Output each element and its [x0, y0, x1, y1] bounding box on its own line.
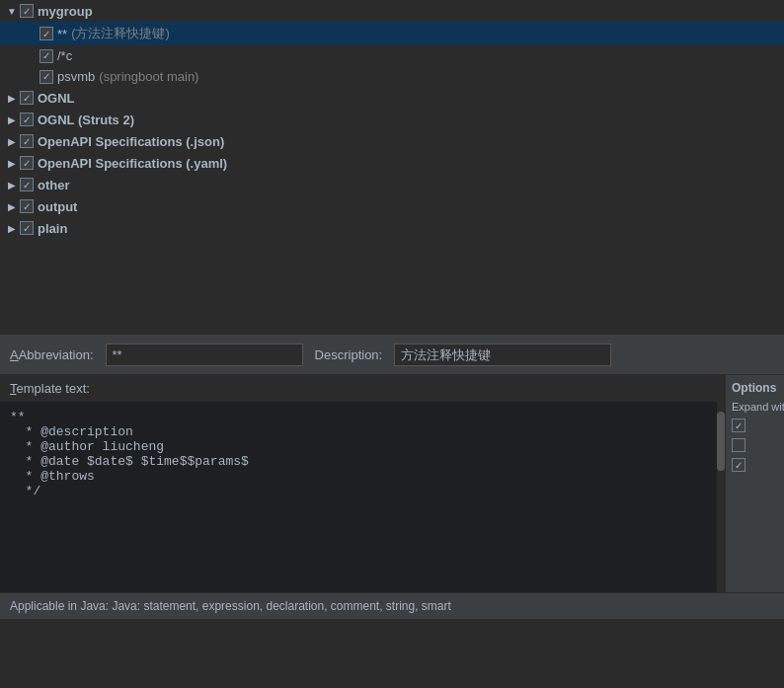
applicable-text: Applicable in Java: Java: statement, exp…: [10, 599, 451, 613]
checkbox-mygroup[interactable]: [20, 4, 34, 18]
expand-icon-ognl[interactable]: ▶: [4, 90, 20, 106]
checkbox-output[interactable]: [20, 199, 34, 213]
template-left-panel: Template text: ** * @description * @auth…: [0, 375, 725, 592]
label-slash-star-c: /*c: [57, 48, 72, 63]
tree-item-slash-star-c[interactable]: /*c: [0, 45, 784, 66]
template-code-editor[interactable]: ** * @description * @author liucheng * @…: [0, 402, 717, 592]
checkbox-psvmb[interactable]: [39, 70, 53, 84]
option-checkbox-row-3: [732, 458, 778, 472]
label-ognl-struts2: OGNL (Struts 2): [38, 113, 134, 127]
tree-item-double-star[interactable]: ** (方法注释快捷键): [0, 22, 784, 45]
label-mygroup: mygroup: [38, 4, 93, 19]
label-ognl: OGNL: [38, 91, 75, 106]
option-checkbox-1[interactable]: [732, 419, 745, 432]
label-other: other: [38, 178, 70, 192]
expand-icon-openapi-json[interactable]: ▶: [4, 133, 20, 149]
tree-item-psvmb[interactable]: psvmb (springboot main): [0, 66, 784, 87]
tree-item-ognl[interactable]: ▶ OGNL: [0, 87, 784, 109]
tree-item-ognl-struts2[interactable]: ▶ OGNL (Struts 2): [0, 109, 784, 130]
desc-psvmb: (springboot main): [99, 69, 198, 84]
checkbox-other[interactable]: [20, 178, 34, 191]
label-psvmb: psvmb: [57, 69, 95, 84]
tree-item-output[interactable]: ▶ output: [0, 195, 784, 217]
desc-double-star: (方法注释快捷键): [71, 25, 170, 42]
options-panel: Options Expand with: [725, 375, 784, 592]
tree-item-other[interactable]: ▶ other: [0, 174, 784, 195]
checkbox-plain[interactable]: [20, 221, 34, 235]
label-output: output: [38, 199, 77, 214]
expand-icon-openapi-yaml[interactable]: ▶: [4, 155, 20, 171]
label-double-star: **: [57, 27, 67, 41]
tree-item-plain[interactable]: ▶ plain: [0, 217, 784, 239]
expand-icon-other[interactable]: ▶: [4, 177, 20, 192]
option-checkbox-row-2: [732, 438, 778, 452]
expand-icon-output[interactable]: ▶: [4, 198, 20, 214]
label-openapi-json: OpenAPI Specifications (.json): [38, 134, 224, 149]
checkbox-slash-star-c[interactable]: [39, 49, 53, 63]
template-tree[interactable]: ▼ mygroup ** (方法注释快捷键) /*c psvmb (spring…: [0, 0, 784, 336]
option-checkbox-3[interactable]: [732, 458, 745, 472]
tree-item-openapi-json[interactable]: ▶ OpenAPI Specifications (.json): [0, 130, 784, 152]
expand-icon-mygroup[interactable]: ▼: [4, 3, 20, 19]
option-checkbox-row-1: [732, 419, 778, 432]
label-openapi-yaml: OpenAPI Specifications (.yaml): [38, 156, 227, 171]
options-label: Options: [732, 381, 778, 395]
tree-item-mygroup[interactable]: ▼ mygroup: [0, 0, 784, 22]
fields-section: AAbbreviation: Description:: [0, 336, 784, 375]
expand-icon-ognl-struts2[interactable]: ▶: [4, 112, 20, 127]
description-label: Description:: [315, 347, 383, 362]
tree-item-openapi-yaml[interactable]: ▶ OpenAPI Specifications (.yaml): [0, 152, 784, 174]
expand-label: Expand with: [732, 401, 778, 413]
code-area-wrapper: ** * @description * @author liucheng * @…: [0, 402, 725, 592]
description-input[interactable]: [394, 344, 611, 366]
checkbox-openapi-yaml[interactable]: [20, 156, 34, 170]
bottom-status-bar: Applicable in Java: Java: statement, exp…: [0, 592, 784, 619]
checkbox-double-star[interactable]: [39, 27, 53, 40]
template-text-label: Template text:: [0, 375, 725, 402]
expand-icon-plain[interactable]: ▶: [4, 220, 20, 236]
checkbox-ognl-struts2[interactable]: [20, 113, 34, 126]
label-plain: plain: [38, 221, 67, 236]
abbreviation-label: AAbbreviation:: [10, 347, 94, 362]
scrollbar-thumb[interactable]: [717, 412, 725, 471]
abbreviation-input[interactable]: [106, 344, 303, 366]
checkbox-openapi-json[interactable]: [20, 134, 34, 148]
scrollbar-track[interactable]: [717, 402, 725, 592]
template-section: Template text: ** * @description * @auth…: [0, 375, 784, 592]
option-checkbox-2[interactable]: [732, 438, 745, 452]
checkbox-ognl[interactable]: [20, 91, 34, 105]
